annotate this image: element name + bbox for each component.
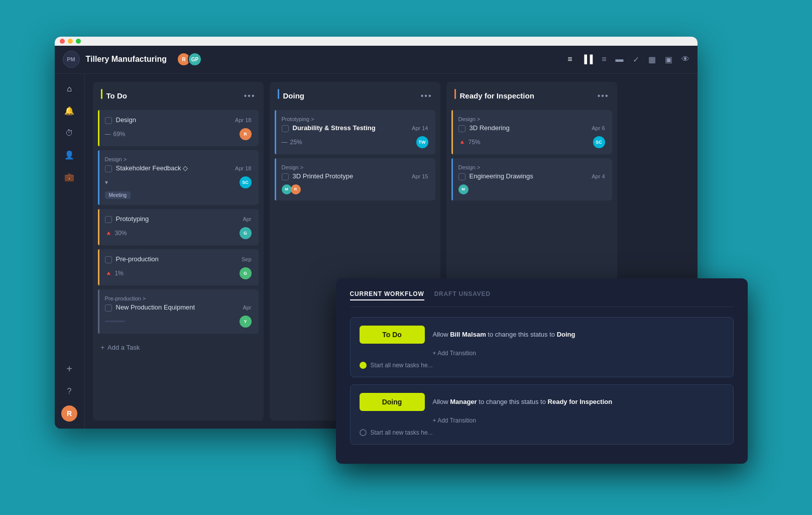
sidebar-user-avatar[interactable]: R (60, 404, 78, 423)
task-name: Pre-production (116, 255, 238, 263)
task-name: Durability & Stress Testing (293, 124, 408, 132)
parent-label: Design > (105, 156, 252, 162)
minimize-dot[interactable] (68, 39, 73, 44)
task-card-new-production[interactable]: Pre-production > New Production Equipmen… (98, 289, 259, 334)
start-tasks-todo: Start all new tasks he... (360, 362, 724, 369)
task-card-design[interactable]: Design Apr 18 — 69% R (98, 110, 259, 146)
task-card-durability[interactable]: Prototyping > Durability & Stress Testin… (275, 110, 435, 154)
task-progress: — 25% (282, 139, 302, 146)
task-date: Apr 18 (235, 117, 251, 123)
column-doing-title: Doing (283, 91, 417, 100)
task-progress (105, 321, 125, 322)
list-view-icon[interactable]: ≡ (567, 55, 572, 64)
sidebar-team-icon[interactable]: 👤 (60, 146, 78, 164)
task-checkbox[interactable] (458, 125, 466, 132)
task-footer: M (458, 184, 605, 194)
table-icon[interactable]: ▬ (616, 55, 624, 64)
task-progress: — 69% (105, 131, 126, 138)
task-card-top: Pre-production Sep (105, 255, 252, 263)
task-card-top: Design Apr 18 (105, 116, 252, 124)
task-card-top: 3D Rendering Apr 6 (458, 124, 605, 132)
sidebar-briefcase-icon[interactable]: 💼 (60, 168, 78, 186)
column-ready-more[interactable]: ••• (598, 91, 609, 100)
task-checkbox[interactable] (105, 216, 112, 223)
header-avatar-group: R GP (177, 52, 202, 66)
start-dot-filled (360, 362, 367, 369)
column-doing-more[interactable]: ••• (421, 91, 432, 100)
filter-icon[interactable]: ≡ (602, 55, 606, 64)
tab-draft-unsaved[interactable]: DRAFT UNSAVED (434, 290, 491, 300)
maximize-dot[interactable] (76, 39, 81, 44)
column-todo-title: To Do (106, 91, 240, 100)
task-avatar-r: R (291, 184, 301, 194)
task-name: 3D Printed Prototype (293, 172, 408, 180)
parent-label: Prototyping > (282, 116, 428, 122)
task-card-3d-printed[interactable]: Design > 3D Printed Prototype Apr 15 M R (275, 158, 435, 200)
transition-target-todo: Doing (557, 331, 575, 338)
task-footer: — 25% TW (282, 136, 428, 148)
add-transition-doing[interactable]: + Add Transition (360, 417, 724, 424)
task-card-top: New Production Equipment Apr (105, 303, 252, 312)
title-bar (55, 37, 698, 46)
check-icon[interactable]: ✓ (633, 55, 639, 64)
workflow-row-todo: To Do Allow Bill Malsam to change this s… (360, 326, 724, 344)
pm-logo: PM (63, 51, 80, 68)
task-checkbox[interactable] (105, 304, 112, 312)
close-dot[interactable] (60, 39, 65, 44)
sidebar-add-icon[interactable]: + (60, 360, 78, 378)
project-title: Tillery Manufacturing (86, 55, 167, 64)
doc-icon[interactable]: ▣ (665, 55, 672, 64)
task-avatar: G (240, 267, 252, 279)
task-card-top: 3D Printed Prototype Apr 15 (282, 172, 428, 180)
task-checkbox[interactable] (282, 125, 289, 132)
progress-chevron-icon: ▾ (105, 179, 108, 186)
task-progress: M (458, 184, 469, 194)
board-view-icon[interactable]: ▐▐ (581, 55, 593, 64)
sidebar-home-icon[interactable]: ⌂ (60, 80, 78, 98)
progress-dash-icon: — (282, 139, 288, 146)
card-accent (98, 150, 99, 205)
eye-icon[interactable]: 👁 (681, 55, 689, 64)
parent-label: Design > (458, 164, 605, 170)
tab-current-workflow[interactable]: CURRENT WORKFLOW (350, 290, 424, 300)
task-date: Apr (243, 216, 251, 222)
task-name: Stakeholder Feedback ◇ (116, 164, 231, 172)
add-icon: + (101, 344, 105, 351)
workflow-modal: CURRENT WORKFLOW DRAFT UNSAVED To Do All… (336, 278, 748, 464)
tag-meeting: Meeting (105, 191, 131, 199)
fire-icon: 🔺 (105, 230, 112, 237)
card-accent (451, 158, 453, 200)
avatar-gp: GP (188, 52, 202, 66)
add-task-button[interactable]: + Add a Task (93, 338, 264, 357)
status-badge-todo[interactable]: To Do (360, 326, 425, 344)
status-badge-doing[interactable]: Doing (360, 393, 425, 411)
task-card-prototyping[interactable]: Prototyping Apr 🔺 30% G (98, 209, 259, 245)
task-date: Apr 4 (592, 173, 605, 179)
column-doing-header: Doing ••• (270, 82, 440, 110)
task-checkbox[interactable] (458, 173, 466, 180)
add-transition-todo[interactable]: + Add Transition (360, 350, 724, 357)
card-accent (98, 249, 99, 285)
task-card-engineering[interactable]: Design > Engineering Drawings Apr 4 M (451, 158, 612, 200)
workflow-transition-text-todo: Allow Bill Malsam to change this status … (433, 331, 724, 338)
task-card-3d-rendering[interactable]: Design > 3D Rendering Apr 6 🔺 75% SC (451, 110, 612, 154)
task-footer: — 69% R (105, 128, 252, 140)
task-checkbox[interactable] (105, 117, 112, 124)
task-name: Prototyping (116, 215, 239, 223)
workflow-transition-text-doing: Allow Manager to change this status to R… (433, 398, 724, 405)
sidebar-help-icon[interactable]: ? (60, 382, 78, 400)
task-checkbox[interactable] (105, 256, 112, 263)
calendar-icon[interactable]: ▦ (648, 55, 656, 64)
task-checkbox[interactable] (282, 173, 289, 180)
column-todo-more[interactable]: ••• (244, 91, 256, 100)
sidebar-bell-icon[interactable]: 🔔 (60, 102, 78, 120)
task-card-stakeholder[interactable]: Design > Stakeholder Feedback ◇ Apr 18 ▾… (98, 150, 259, 205)
task-avatar: G (240, 227, 252, 239)
header-icons: ≡ ▐▐ ≡ ▬ ✓ ▦ ▣ 👁 (567, 55, 689, 64)
task-checkbox[interactable] (105, 165, 112, 172)
sidebar-clock-icon[interactable]: ⏱ (60, 124, 78, 142)
task-progress: ▾ (105, 179, 108, 186)
task-card-preproduction[interactable]: Pre-production Sep 🔺 1% G (98, 249, 259, 285)
workflow-card-doing: Doing Allow Manager to change this statu… (350, 384, 734, 445)
transition-target-doing: Ready for Inspection (548, 398, 613, 405)
